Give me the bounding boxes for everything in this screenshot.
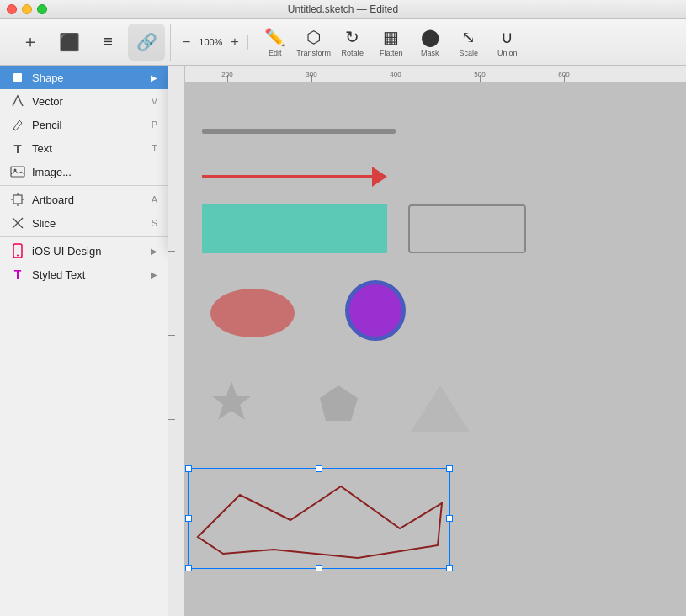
window-title: Untitled.sketch — Edited (288, 3, 398, 15)
main-layout: Shape ▶ Vector V Pencil P T Text T (0, 66, 686, 616)
shape-pentagon[interactable] (316, 381, 362, 431)
layers-tool[interactable]: ≡ (89, 24, 126, 61)
zoom-out-button[interactable]: − (181, 35, 192, 50)
shape-line[interactable] (202, 129, 396, 134)
canvas-area[interactable]: 200 300 400 500 600 (168, 66, 686, 616)
ruler-horizontal: 200 300 400 500 600 (185, 66, 686, 82)
minimize-button[interactable] (22, 4, 32, 14)
slice-icon (10, 215, 25, 231)
vector-icon (10, 93, 25, 109)
sidebar-divider-2 (0, 236, 168, 237)
shape-oval-red[interactable] (210, 289, 295, 337)
traffic-lights (7, 4, 47, 14)
shape-vector[interactable] (189, 470, 450, 566)
artboard-icon (10, 192, 25, 207)
ios-icon (10, 243, 25, 258)
shape-arrow[interactable] (202, 167, 387, 187)
union-button[interactable]: ∪ Union (489, 24, 526, 61)
sidebar-item-pencil[interactable]: Pencil P (0, 113, 168, 136)
sidebar-item-ios[interactable]: iOS UI Design ▶ (0, 239, 168, 263)
edit-button[interactable]: ✏️ Edit (257, 24, 294, 61)
sidebar-item-text[interactable]: T Text T (0, 136, 168, 160)
symbol-tool[interactable]: 🔗 (128, 24, 165, 61)
mask-button[interactable]: ⬤ Mask (412, 24, 449, 61)
shape-oval-purple[interactable] (345, 280, 406, 341)
zoom-level: 100% (195, 37, 226, 47)
svg-rect-2 (11, 167, 24, 177)
ruler-vertical (168, 82, 185, 616)
sidebar-item-image[interactable]: Image... (0, 160, 168, 183)
shape-star[interactable] (206, 377, 257, 431)
rotate-button[interactable]: ↻ Rotate (334, 24, 371, 61)
svg-marker-23 (320, 385, 358, 421)
styled-text-icon: T (10, 267, 25, 282)
svg-point-12 (17, 255, 19, 257)
sidebar-item-shape[interactable]: Shape ▶ (0, 66, 168, 89)
close-button[interactable] (7, 4, 17, 14)
sidebar-item-slice[interactable]: Slice S (0, 211, 168, 235)
insert-button[interactable]: ＋ (12, 24, 49, 61)
flatten-button[interactable]: ▦ Flatten (373, 24, 410, 61)
image-icon (10, 164, 25, 179)
pencil-icon (10, 117, 25, 132)
shape-rect-teal[interactable] (202, 204, 387, 253)
arrow-line (202, 175, 372, 178)
sidebar-item-vector[interactable]: Vector V (0, 89, 168, 113)
svg-rect-4 (13, 195, 22, 204)
shape-icon (10, 70, 25, 85)
canvas-content[interactable] (185, 82, 686, 616)
zoom-in-button[interactable]: + (229, 35, 240, 50)
scale-button[interactable]: ⤡ Scale (450, 24, 487, 61)
toolbar-insert-section: ＋ ⬛ ≡ 🔗 (7, 24, 171, 61)
artboard-tool[interactable]: ⬛ (51, 24, 88, 61)
sidebar-item-artboard[interactable]: Artboard A (0, 188, 168, 211)
svg-rect-1 (13, 73, 22, 82)
zoom-controls: − 100% + (174, 35, 248, 50)
sidebar-item-styled-text[interactable]: T Styled Text ▶ (0, 263, 168, 286)
transform-button[interactable]: ⬡ Transform (295, 24, 332, 61)
arrow-head (372, 167, 387, 187)
toolbar: ＋ ⬛ ≡ 🔗 − 100% + ✏️ Edit ⬡ Transform ↻ R… (0, 19, 686, 66)
sidebar-divider-1 (0, 185, 168, 186)
toolbar-actions: ✏️ Edit ⬡ Transform ↻ Rotate ▦ Flatten ⬤… (252, 24, 531, 61)
text-icon: T (10, 141, 25, 156)
titlebar: Untitled.sketch — Edited (0, 0, 686, 19)
svg-marker-22 (211, 381, 252, 420)
shape-rect-outline[interactable] (408, 204, 526, 253)
maximize-button[interactable] (37, 4, 47, 14)
ruler-corner (168, 66, 185, 82)
shape-triangle[interactable] (411, 385, 470, 432)
sidebar: Shape ▶ Vector V Pencil P T Text T (0, 66, 168, 616)
